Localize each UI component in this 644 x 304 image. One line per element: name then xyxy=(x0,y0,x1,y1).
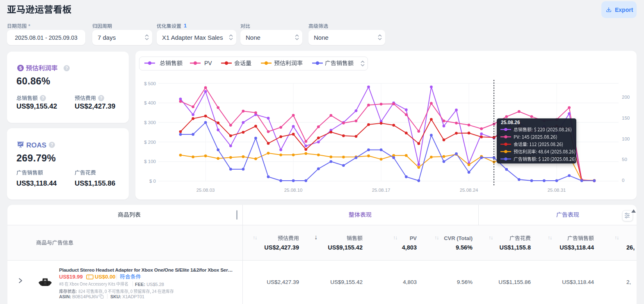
svg-text:200: 200 xyxy=(622,95,630,100)
svg-text:25.08.24: 25.08.24 xyxy=(460,188,478,193)
svg-text:$ 100: $ 100 xyxy=(144,159,156,164)
svg-text:25.08.10: 25.08.10 xyxy=(284,188,303,193)
svg-text:100: 100 xyxy=(622,136,630,141)
svg-text:25.08.31: 25.08.31 xyxy=(548,188,566,193)
svg-text:0: 0 xyxy=(622,178,624,183)
svg-text:150: 150 xyxy=(622,116,630,120)
svg-text:$ 200: $ 200 xyxy=(144,140,156,145)
svg-text:$ 300: $ 300 xyxy=(144,120,156,125)
svg-text:25.08.17: 25.08.17 xyxy=(372,188,391,193)
svg-text:$ 500: $ 500 xyxy=(144,81,156,86)
svg-text:50: 50 xyxy=(622,157,627,162)
svg-text:25.08.03: 25.08.03 xyxy=(196,188,215,193)
svg-text:$ 400: $ 400 xyxy=(144,100,156,105)
svg-text:$ 0: $ 0 xyxy=(149,179,156,184)
